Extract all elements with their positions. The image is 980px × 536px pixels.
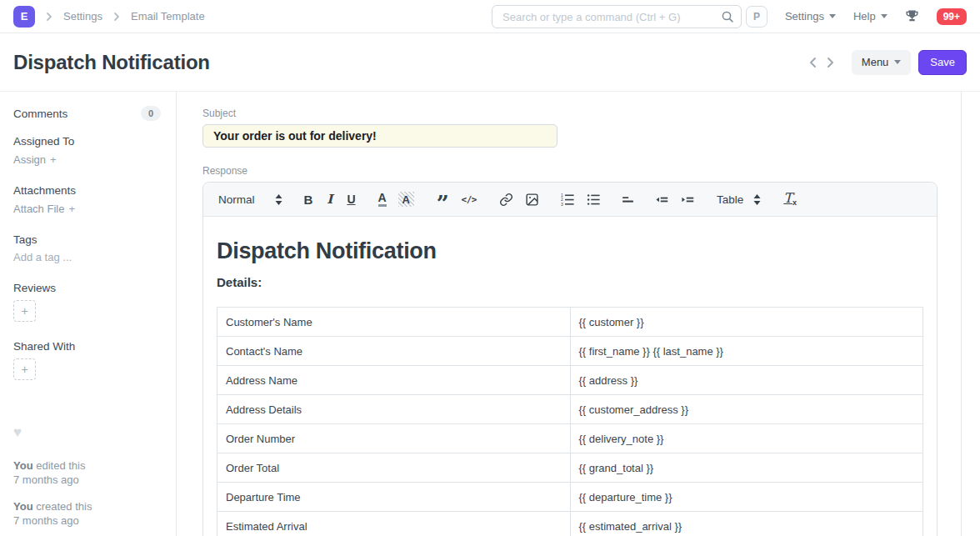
outdent-button[interactable] xyxy=(655,193,669,207)
blockquote-button[interactable]: ” xyxy=(437,191,448,208)
search-icon xyxy=(721,10,734,23)
field-label-cell: Order Number xyxy=(218,424,571,453)
add-review-button[interactable]: + xyxy=(13,300,36,322)
plus-icon: + xyxy=(21,304,28,318)
settings-menu[interactable]: Settings xyxy=(785,10,836,23)
breadcrumb-chevron-icon xyxy=(42,10,56,23)
template-var-cell: {{ departure_time }} xyxy=(570,483,923,512)
help-menu-label: Help xyxy=(853,10,876,23)
table-row: Departure Time {{ departure_time }} xyxy=(218,483,923,512)
field-label-cell: Address Name xyxy=(218,366,571,395)
bullet-list-icon xyxy=(587,193,601,207)
energy-points-trophy-icon[interactable] xyxy=(905,9,919,23)
image-button[interactable] xyxy=(525,193,539,207)
comments-link[interactable]: Comments xyxy=(13,108,68,120)
field-label-cell: Contact's Name xyxy=(218,337,571,366)
template-variables-table: Customer's Name {{ customer }} Contact's… xyxy=(217,307,923,536)
image-icon xyxy=(525,193,539,207)
link-button[interactable] xyxy=(499,193,513,207)
app-logo[interactable]: E xyxy=(13,6,35,28)
editor-toolbar: Normal B I U A A ” </> xyxy=(203,183,937,217)
assigned-to-label: Assigned To xyxy=(13,135,161,148)
indent-icon xyxy=(681,193,695,207)
chevron-down-icon xyxy=(829,14,836,18)
field-label-cell: Customer's Name xyxy=(218,308,571,337)
shared-with-label: Shared With xyxy=(13,340,161,353)
menu-button-label: Menu xyxy=(862,56,889,68)
user-avatar[interactable]: P xyxy=(746,6,768,28)
clear-format-button[interactable]: T x xyxy=(783,192,797,207)
page-head: Dispatch Notification Menu Save xyxy=(0,33,980,92)
assign-label: Assign xyxy=(13,153,46,166)
paragraph-style-value: Normal xyxy=(218,193,255,206)
form-sidebar: Comments 0 Assigned To Assign + Attachme… xyxy=(0,92,177,536)
indent-button[interactable] xyxy=(681,193,695,207)
underline-button[interactable]: U xyxy=(347,193,355,206)
prev-document-button chevron-left-icon[interactable] xyxy=(805,54,822,71)
add-tag-input[interactable]: Add a tag ... xyxy=(13,251,161,263)
subject-input[interactable] xyxy=(202,124,558,148)
edited-timeline-entry: You edited this 7 months ago xyxy=(13,458,161,487)
table-select[interactable]: Table xyxy=(717,193,761,206)
svg-text:2: 2 xyxy=(561,198,563,202)
chevron-down-icon xyxy=(881,14,888,18)
clear-format-t: T xyxy=(783,192,792,205)
right-divider xyxy=(961,92,962,536)
table-row: Address Details {{ customer_address }} xyxy=(218,395,923,424)
template-var-cell: {{ customer }} xyxy=(570,308,923,337)
created-timeline-entry: You created this 7 months ago xyxy=(13,499,161,528)
field-label-cell: Order Total xyxy=(218,453,571,483)
bold-button[interactable]: B xyxy=(304,193,313,207)
notifications-badge[interactable]: 99+ xyxy=(937,8,967,25)
add-share-button[interactable]: + xyxy=(13,358,36,380)
table-row: Estimated Arrival {{ estimated_arrival }… xyxy=(218,512,923,536)
paragraph-style-select[interactable]: Normal xyxy=(218,193,282,206)
created-when: 7 months ago xyxy=(13,513,161,528)
select-updown-icon xyxy=(753,194,761,205)
breadcrumb-email-template[interactable]: Email Template xyxy=(131,10,205,23)
link-icon xyxy=(499,193,513,207)
table-row: Contact's Name {{ first_name }} {{ last_… xyxy=(218,337,923,366)
align-button[interactable] xyxy=(621,193,635,207)
assign-button[interactable]: Assign + xyxy=(13,153,161,166)
like-heart-icon[interactable]: ♥ xyxy=(13,424,161,441)
edited-by: You xyxy=(13,459,33,472)
next-document-button chevron-right-icon[interactable] xyxy=(822,54,838,71)
menu-button[interactable]: Menu xyxy=(852,50,912,75)
email-body-heading: Dispatch Notification xyxy=(217,238,923,264)
editor-content[interactable]: Dispatch Notification Details: Customer'… xyxy=(203,238,937,536)
search-input[interactable] xyxy=(492,5,742,28)
code-button[interactable]: </> xyxy=(462,194,477,205)
template-var-cell: {{ grand_total }} xyxy=(570,453,923,483)
table-row: Address Name {{ address }} xyxy=(218,366,923,395)
chevron-down-icon xyxy=(894,60,901,64)
plus-icon: + xyxy=(50,153,57,166)
text-color-button[interactable]: A xyxy=(378,192,387,207)
template-var-cell: {{ customer_address }} xyxy=(570,395,923,424)
bullet-list-button[interactable] xyxy=(587,193,601,207)
field-label-cell: Address Details xyxy=(218,395,571,424)
italic-button[interactable]: I xyxy=(327,192,332,207)
comments-count-badge: 0 xyxy=(141,106,161,121)
template-var-cell: {{ address }} xyxy=(570,366,923,395)
breadcrumb-chevron-icon xyxy=(110,10,123,23)
attach-file-label: Attach File xyxy=(13,203,64,215)
ordered-list-icon: 1 2 3 xyxy=(561,193,575,207)
save-button[interactable]: Save xyxy=(918,50,967,75)
svg-text:1: 1 xyxy=(561,193,563,197)
outdent-icon xyxy=(655,193,669,207)
field-label-cell: Estimated Arrival xyxy=(218,512,571,536)
plus-icon: + xyxy=(21,363,28,376)
table-row: Order Total {{ grand_total }} xyxy=(218,453,923,483)
table-row: Order Number {{ delivery_note }} xyxy=(218,424,923,453)
response-editor: Normal B I U A A ” </> xyxy=(202,182,938,536)
attach-file-button[interactable]: Attach File + xyxy=(13,203,161,215)
breadcrumb-settings[interactable]: Settings xyxy=(63,10,102,23)
help-menu[interactable]: Help xyxy=(853,10,888,23)
ordered-list-button[interactable]: 1 2 3 xyxy=(561,193,575,207)
tags-label: Tags xyxy=(13,233,161,246)
background-color-button[interactable]: A xyxy=(398,192,414,207)
attachments-label: Attachments xyxy=(13,184,161,197)
created-by: You xyxy=(13,500,33,513)
align-icon xyxy=(621,193,635,207)
